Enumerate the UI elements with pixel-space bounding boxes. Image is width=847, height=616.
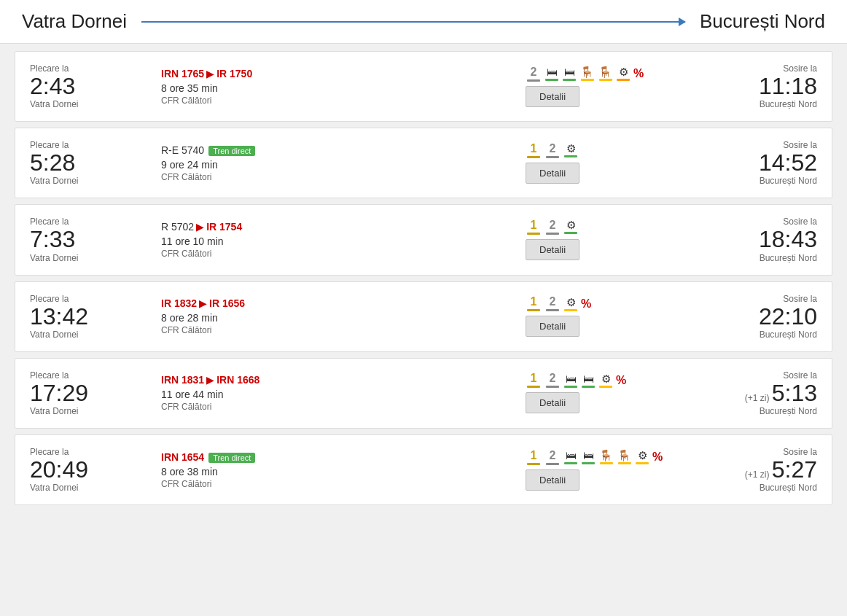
detalii-button[interactable]: Detalii (526, 316, 579, 337)
detalii-button[interactable]: Detalii (526, 163, 579, 184)
seat-icon: ⚙ (617, 66, 630, 81)
arrival-time-big: 22:10 (700, 304, 817, 330)
seat-icon: 🛏 (564, 373, 577, 388)
train-info-section: IRN 1831▶IRN 1668 11 ore 44 min CFR Călă… (147, 374, 526, 412)
operator: CFR Călători (161, 172, 511, 182)
duration: 8 ore 38 min (161, 466, 511, 477)
train-card: Plecare la 7:33 Vatra Dornei R 5702▶IR 1… (15, 204, 832, 275)
duration: 8 ore 35 min (161, 82, 511, 94)
train-connector-arrow: ▶ (199, 297, 207, 309)
train-prefix: IRN (216, 374, 237, 386)
train-number: 1668 (237, 374, 259, 386)
trains-container: Plecare la 2:43 Vatra Dornei IRN 1765▶IR… (0, 44, 847, 518)
arrival-section: Sosire la (+1 zi) 5:13 București Nord (700, 370, 817, 416)
train-numbers: IRN 1654Tren direct (161, 451, 511, 463)
train-card: Plecare la 2:43 Vatra Dornei IRN 1765▶IR… (15, 51, 832, 122)
arrival-section: Sosire la (+1 zi) 5:27 București Nord (700, 447, 817, 493)
class-number: 1 (527, 296, 540, 311)
icons-section: 1 2 🛏 🛏 ⚙ % Detalii (526, 373, 700, 413)
detalii-button[interactable]: Detalii (526, 469, 579, 491)
departure-time: 20:49 (30, 457, 147, 483)
train-prefix: R (161, 221, 171, 233)
departure-label: Plecare la (30, 217, 147, 227)
arrival-time-big: 5:27 (772, 456, 817, 483)
train-card: Plecare la 17:29 Vatra Dornei IRN 1831▶I… (15, 358, 832, 429)
train-prefix: IRN (161, 451, 182, 463)
departure-station: Vatra Dornei (30, 406, 147, 416)
seat-icon: ⚙ (636, 450, 649, 464)
arrival-station: București Nord (700, 253, 817, 263)
seat-icon: 🛏 (545, 66, 558, 81)
seat-icon: 🛏 (582, 373, 595, 388)
train-prefix: R-E (161, 144, 182, 156)
train-number: 1750 (230, 68, 252, 79)
arrival-station: București Nord (700, 99, 817, 109)
train-prefix: IRN (161, 68, 182, 79)
next-day-label: (+1 zi) (745, 469, 772, 480)
seat-icon: 🛏 (582, 450, 595, 464)
departure-station: Vatra Dornei (30, 483, 147, 493)
icons-section: 1 2 ⚙ % Detalii (526, 296, 700, 337)
seat-icon: ⚙ (564, 143, 577, 157)
arrival-section: Sosire la 22:10 București Nord (700, 294, 817, 340)
detalii-button[interactable]: Detalii (526, 392, 579, 413)
train-number: 1831 (182, 374, 204, 386)
train-info-section: R 5702▶IR 1754 11 ore 10 min CFR Călător… (147, 221, 526, 259)
train-number: 5740 (182, 144, 204, 156)
train-card: Plecare la 13:42 Vatra Dornei IR 1832▶IR… (15, 281, 832, 352)
class-number: 1 (527, 219, 540, 235)
arrival-time-big: 5:13 (772, 380, 817, 406)
percent-badge: % (581, 297, 591, 311)
departure-time: 13:42 (30, 304, 147, 330)
train-connector-arrow: ▶ (206, 374, 214, 386)
class-number: 2 (546, 219, 559, 235)
seat-icon: 🪑 (580, 66, 594, 81)
arrival-time-big: 11:18 (700, 74, 817, 99)
arrival-section: Sosire la 14:52 București Nord (700, 140, 817, 186)
percent-badge: % (633, 67, 644, 80)
train-card: Plecare la 5:28 Vatra Dornei R-E 5740Tre… (15, 128, 832, 198)
duration: 11 ore 44 min (161, 389, 511, 400)
train-prefix: IR (216, 68, 230, 79)
destination-city: București Nord (700, 10, 825, 33)
departure-time: 5:28 (30, 150, 147, 176)
departure-station: Vatra Dornei (30, 176, 147, 186)
train-card: Plecare la 20:49 Vatra Dornei IRN 1654Tr… (15, 434, 832, 505)
class-number: 2 (527, 66, 540, 82)
arrival-label: Sosire la (700, 217, 817, 227)
arrival-label: Sosire la (700, 140, 817, 150)
class-number: 2 (546, 143, 559, 158)
train-prefix: IR (206, 221, 219, 233)
detalii-button[interactable]: Detalii (526, 239, 579, 260)
train-number: 1754 (219, 221, 242, 233)
origin-city: Vatra Dornei (22, 10, 127, 33)
class-icons-row: 1 2 ⚙ (526, 219, 578, 235)
arrival-time-big: 14:52 (700, 150, 817, 176)
operator: CFR Călători (161, 479, 511, 489)
class-icons-row: 1 2 🛏 🛏 ⚙ % (526, 373, 626, 388)
departure-label: Plecare la (30, 447, 147, 457)
arrival-station: București Nord (700, 483, 817, 493)
class-number: 2 (546, 296, 559, 311)
arrival-label: Sosire la (700, 294, 817, 304)
route-arrow (141, 21, 685, 23)
seat-icon: 🪑 (599, 450, 613, 464)
class-icons-row: 1 2 🛏 🛏 🪑 🪑 ⚙ % (526, 450, 663, 465)
departure-section: Plecare la 20:49 Vatra Dornei (30, 447, 147, 493)
percent-badge: % (616, 374, 626, 387)
seat-icon: ⚙ (564, 219, 577, 234)
arrival-station: București Nord (700, 406, 817, 416)
icons-section: 1 2 🛏 🛏 🪑 🪑 ⚙ % Detalii (526, 450, 700, 491)
train-number: 1656 (222, 297, 245, 309)
class-icons-row: 1 2 ⚙ % (526, 296, 591, 311)
train-prefix: IR (161, 297, 174, 309)
departure-section: Plecare la 7:33 Vatra Dornei (30, 217, 147, 262)
percent-badge: % (652, 451, 663, 464)
departure-station: Vatra Dornei (30, 253, 147, 263)
seat-icon: 🛏 (564, 450, 577, 464)
icons-section: 1 2 ⚙ Detalii (526, 219, 700, 260)
seat-icon: 🪑 (598, 66, 612, 81)
arrival-time-big: 18:43 (700, 227, 817, 252)
detalii-button[interactable]: Detalii (526, 86, 579, 107)
train-info-section: IRN 1765▶IR 1750 8 ore 35 min CFR Călăto… (147, 68, 526, 106)
